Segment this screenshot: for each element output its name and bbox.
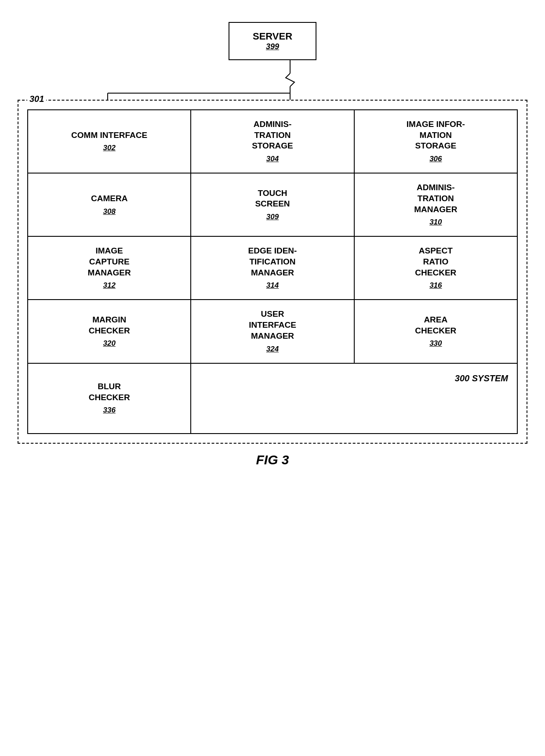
comm-interface-number: 302 [103,143,115,153]
margin-checker-number: 320 [103,339,115,348]
camera-label: CAMERA [91,193,127,204]
cell-image-capture-manager: IMAGECAPTUREMANAGER 312 [28,236,191,300]
area-checker-number: 330 [429,339,442,348]
server-number: 399 [247,42,298,51]
cell-touch-screen: TOUCHSCREEN 309 [191,173,354,236]
image-capture-label: IMAGECAPTUREMANAGER [88,246,131,278]
cell-camera: CAMERA 308 [28,173,191,236]
cell-user-interface-manager: USERINTERFACEMANAGER 324 [191,300,354,363]
system-label: 300 SYSTEM [455,373,508,384]
cell-aspect-ratio-checker: ASPECTRATIOCHECKER 316 [354,236,517,300]
comm-interface-label: COMM INTERFACE [71,130,147,141]
blur-checker-label: BLURCHECKER [89,381,130,403]
camera-number: 308 [103,207,115,217]
area-checker-label: AREACHECKER [415,315,456,336]
figure-label: FIG 3 [256,452,289,467]
cell-administration-manager: ADMINIS-TRATIONMANAGER 310 [354,173,517,236]
margin-checker-label: MARGINCHECKER [89,315,130,336]
touch-screen-number: 309 [266,212,279,222]
aspect-ratio-label: ASPECTRATIOCHECKER [415,246,456,278]
admin-manager-number: 310 [429,217,442,227]
cell-edge-identification-manager: EDGE IDEN-TIFICATIONMANAGER 314 [191,236,354,300]
server-box: SERVER 399 [229,22,316,60]
page-container: SERVER 399 301 [18,13,527,467]
server-connector-svg [18,60,527,100]
server-label: SERVER [247,31,298,42]
image-info-storage-number: 306 [429,154,442,164]
image-info-storage-label: IMAGE INFOR-MATIONSTORAGE [407,119,465,152]
admin-manager-label: ADMINIS-TRATIONMANAGER [414,182,457,215]
edge-id-label: EDGE IDEN-TIFICATIONMANAGER [248,246,297,278]
main-grid: COMM INTERFACE 302 ADMINIS-TRATIONSTORAG… [27,109,518,434]
cell-image-information-storage: IMAGE INFOR-MATIONSTORAGE 306 [354,110,517,173]
image-capture-number: 312 [103,281,115,290]
main-container: 301 COMM INTERFACE 302 ADMINIS-TRATIONST… [18,100,527,444]
cell-comm-interface: COMM INTERFACE 302 [28,110,191,173]
cell-area-checker: AREACHECKER 330 [354,300,517,363]
system-label-cell: 300 SYSTEM [191,363,517,434]
admin-storage-number: 304 [266,154,279,164]
container-label: 301 [27,94,46,104]
aspect-ratio-number: 316 [429,281,442,290]
blur-checker-number: 336 [103,405,115,415]
cell-blur-checker: BLURCHECKER 336 [28,363,191,434]
admin-storage-label: ADMINIS-TRATIONSTORAGE [252,119,293,152]
touch-screen-label: TOUCHSCREEN [255,188,290,210]
cell-administration-storage: ADMINIS-TRATIONSTORAGE 304 [191,110,354,173]
ui-manager-number: 324 [266,344,279,354]
ui-manager-label: USERINTERFACEMANAGER [249,309,296,341]
cell-margin-checker: MARGINCHECKER 320 [28,300,191,363]
edge-id-number: 314 [266,281,279,290]
